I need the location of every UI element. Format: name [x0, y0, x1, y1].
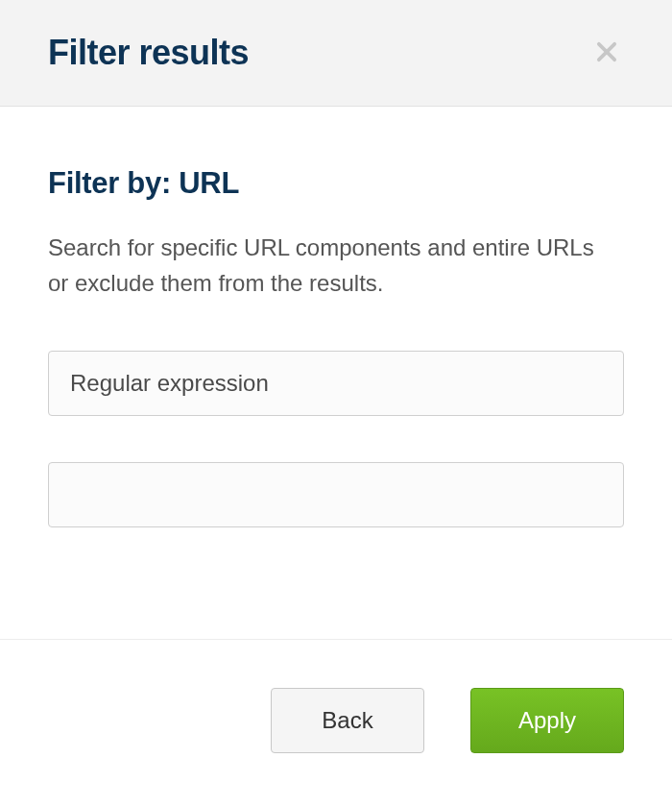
section-title: Filter by: URL: [48, 166, 624, 201]
dialog-header: Filter results: [0, 0, 672, 107]
close-button[interactable]: [589, 35, 624, 72]
dialog-title: Filter results: [48, 33, 249, 73]
filter-dialog: Filter results Filter by: URL Search for…: [0, 0, 672, 807]
mode-select[interactable]: Regular expression: [48, 351, 624, 416]
dialog-body: Filter by: URL Search for specific URL c…: [0, 107, 672, 639]
back-button[interactable]: Back: [271, 688, 424, 753]
apply-button[interactable]: Apply: [470, 688, 624, 753]
dialog-footer: Back Apply: [0, 639, 672, 807]
mode-select-wrap: Regular expression: [48, 351, 624, 416]
mode-select-value: Regular expression: [70, 370, 269, 397]
section-description: Search for specific URL components and e…: [48, 230, 605, 301]
filter-value-input[interactable]: [48, 462, 624, 527]
close-icon: [593, 38, 620, 68]
